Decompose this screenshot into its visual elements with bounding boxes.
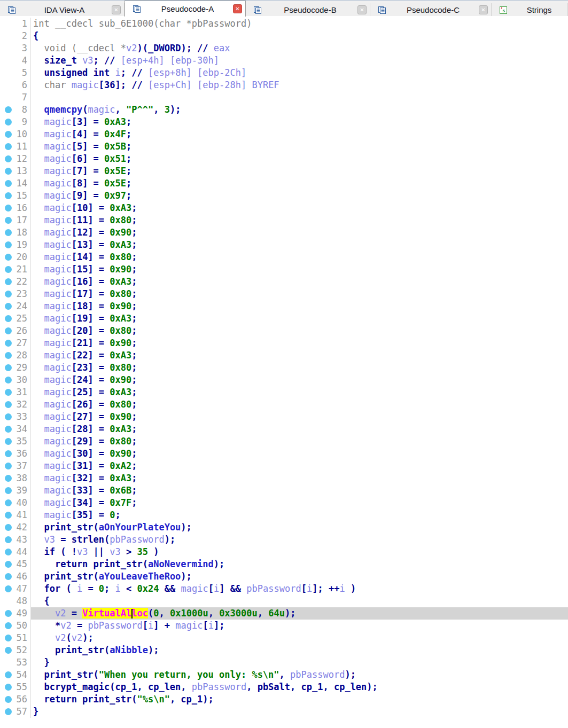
breakpoint-dot[interactable] [5, 450, 12, 457]
breakpoint-dot[interactable] [5, 475, 12, 482]
breakpoint-dot[interactable] [5, 155, 12, 162]
breakpoint-dot[interactable] [5, 131, 12, 138]
code-text[interactable]: size_t v3; // [esp+4h] [ebp-30h] [30, 54, 568, 67]
breakpoint-dot[interactable] [5, 364, 12, 371]
code-text[interactable]: magic[12] = 0x90; [30, 226, 568, 239]
breakpoint-dot[interactable] [5, 671, 12, 678]
code-text[interactable]: magic[25] = 0xA3; [30, 386, 568, 398]
breakpoint-dot[interactable] [5, 389, 12, 396]
code-text[interactable]: unsigned int i; // [esp+8h] [ebp-2Ch] [30, 67, 568, 79]
code-text[interactable] [30, 91, 568, 104]
code-text[interactable]: v3 = strlen(pbPassword); [30, 534, 568, 546]
code-text[interactable]: magic[13] = 0xA3; [30, 239, 568, 251]
code-text[interactable]: magic[35] = 0; [30, 509, 568, 521]
code-text[interactable]: magic[4] = 0x4F; [30, 128, 568, 140]
code-text[interactable]: { [30, 30, 568, 42]
breakpoint-dot[interactable] [5, 622, 12, 629]
tab-strings[interactable]: sStrings [492, 3, 568, 17]
breakpoint-dot[interactable] [5, 254, 12, 261]
breakpoint-dot[interactable] [5, 315, 12, 322]
breakpoint-dot[interactable] [5, 573, 12, 580]
code-text[interactable]: magic[6] = 0x51; [30, 153, 568, 165]
close-icon[interactable]: ✕ [112, 5, 121, 14]
breakpoint-dot[interactable] [5, 401, 12, 408]
tab-pseudocode-a[interactable]: Pseudocode-A✕ [125, 1, 246, 17]
code-text[interactable]: magic[32] = 0xA3; [30, 472, 568, 484]
breakpoint-dot[interactable] [5, 106, 12, 113]
code-text[interactable]: magic[20] = 0x80; [30, 325, 568, 337]
code-text[interactable]: magic[27] = 0x90; [30, 411, 568, 423]
breakpoint-dot[interactable] [5, 327, 12, 334]
breakpoint-dot[interactable] [5, 487, 12, 494]
code-text[interactable]: v2(v2); [30, 632, 568, 644]
breakpoint-dot[interactable] [5, 266, 12, 273]
breakpoint-dot[interactable] [5, 610, 12, 617]
code-text[interactable]: magic[3] = 0xA3; [30, 116, 568, 128]
code-text[interactable]: return print_str("%s\n", cp_1); [30, 693, 568, 706]
code-text[interactable]: magic[5] = 0x5B; [30, 140, 568, 153]
code-text[interactable]: return print_str(aNoNevermind); [30, 558, 568, 570]
code-text[interactable]: print_str(aNibble); [30, 644, 568, 656]
breakpoint-dot[interactable] [5, 635, 12, 641]
breakpoint-dot[interactable] [5, 143, 12, 150]
breakpoint-dot[interactable] [5, 524, 12, 531]
breakpoint-dot[interactable] [5, 352, 12, 359]
breakpoint-dot[interactable] [5, 241, 12, 248]
breakpoint-dot[interactable] [5, 119, 12, 126]
code-text[interactable]: magic[17] = 0x80; [30, 288, 568, 300]
code-text[interactable]: *v2 = pbPassword[i] + magic[i]; [30, 620, 568, 632]
code-text[interactable]: magic[18] = 0x90; [30, 300, 568, 312]
code-text[interactable]: magic[23] = 0x80; [30, 362, 568, 374]
breakpoint-dot[interactable] [5, 192, 12, 199]
code-text[interactable]: magic[33] = 0x6B; [30, 484, 568, 497]
code-text[interactable]: v2 = VirtualAlloc(0, 0x1000u, 0x3000u, 6… [30, 607, 568, 620]
breakpoint-dot[interactable] [5, 340, 12, 347]
code-text[interactable]: print_str(aYouLeaveTheRoo); [30, 570, 568, 583]
breakpoint-dot[interactable] [5, 303, 12, 310]
code-text[interactable]: char magic[36]; // [esp+Ch] [ebp-28h] BY… [30, 79, 568, 91]
code-text[interactable]: magic[30] = 0x90; [30, 448, 568, 460]
code-text[interactable]: magic[14] = 0x80; [30, 251, 568, 263]
code-text[interactable]: magic[10] = 0xA3; [30, 202, 568, 214]
code-text[interactable]: } [30, 706, 568, 718]
close-icon[interactable]: ✕ [479, 5, 488, 14]
code-text[interactable]: magic[22] = 0xA3; [30, 349, 568, 362]
code-text[interactable]: bcrypt_magic(cp_1, cp_len, pbPassword, p… [30, 681, 568, 693]
breakpoint-dot[interactable] [5, 684, 12, 691]
code-text[interactable]: magic[8] = 0x5E; [30, 177, 568, 190]
code-text[interactable]: magic[9] = 0x97; [30, 190, 568, 202]
tab-pseudocode-b[interactable]: Pseudocode-B✕ [246, 3, 370, 17]
breakpoint-dot[interactable] [5, 180, 12, 187]
breakpoint-dot[interactable] [5, 217, 12, 224]
breakpoint-dot[interactable] [5, 499, 12, 506]
tab-ida-view-a[interactable]: IDA View-A✕ [0, 3, 125, 17]
breakpoint-dot[interactable] [5, 696, 12, 703]
breakpoint-dot[interactable] [5, 413, 12, 420]
code-text[interactable]: magic[34] = 0x7F; [30, 497, 568, 509]
code-text[interactable]: magic[11] = 0x80; [30, 214, 568, 226]
breakpoint-dot[interactable] [5, 438, 12, 445]
breakpoint-dot[interactable] [5, 708, 12, 715]
code-text[interactable]: magic[15] = 0x90; [30, 263, 568, 276]
breakpoint-dot[interactable] [5, 536, 12, 543]
code-text[interactable]: if ( !v3 || v3 > 35 ) [30, 546, 568, 558]
breakpoint-dot[interactable] [5, 426, 12, 433]
code-text[interactable]: magic[31] = 0xA2; [30, 460, 568, 472]
close-icon[interactable]: ✕ [357, 5, 367, 14]
breakpoint-dot[interactable] [5, 512, 12, 519]
breakpoint-dot[interactable] [5, 463, 12, 469]
code-text[interactable]: { [30, 595, 568, 607]
code-text[interactable]: magic[29] = 0x80; [30, 435, 568, 448]
code-text[interactable]: magic[26] = 0x80; [30, 398, 568, 411]
code-text[interactable]: qmemcpy(magic, "P^^", 3); [30, 104, 568, 116]
breakpoint-dot[interactable] [5, 291, 12, 298]
code-text[interactable]: magic[21] = 0x90; [30, 337, 568, 349]
breakpoint-dot[interactable] [5, 561, 12, 568]
code-text[interactable]: magic[24] = 0x90; [30, 374, 568, 386]
breakpoint-dot[interactable] [5, 549, 12, 555]
code-text[interactable]: magic[7] = 0x5E; [30, 165, 568, 177]
breakpoint-dot[interactable] [5, 377, 12, 383]
tab-pseudocode-c[interactable]: Pseudocode-C✕ [370, 3, 492, 17]
breakpoint-dot[interactable] [5, 205, 12, 212]
code-text[interactable]: int __cdecl sub_6E1000(char *pbPassword) [30, 18, 568, 30]
